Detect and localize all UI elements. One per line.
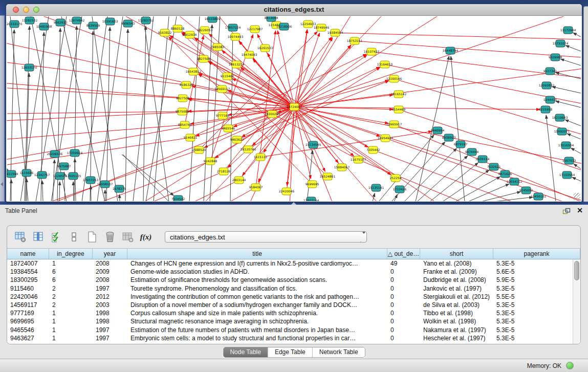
table-cell[interactable]: 2009	[93, 268, 127, 276]
table-cell[interactable]: 0	[387, 334, 420, 342]
table-row[interactable]: 2242004622012Investigating the contribut…	[7, 293, 580, 301]
row-height-icon[interactable]	[67, 230, 81, 244]
window-resize-grip[interactable]	[573, 193, 580, 200]
splitter-collapse-icon[interactable]	[1, 182, 3, 186]
tab-node-table[interactable]: Node Table	[223, 347, 268, 357]
table-cell[interactable]: 2012	[93, 293, 127, 301]
table-cell[interactable]: 2008	[93, 276, 127, 284]
table-cell[interactable]: Yano et al. (2008)	[420, 259, 493, 268]
tab-edge-table[interactable]: Edge Table	[268, 347, 313, 357]
table-cell[interactable]: 1	[49, 309, 93, 317]
table-cell[interactable]: Tourette syndrome. Phenomenology and cla…	[127, 285, 387, 293]
table-cell[interactable]: 2	[49, 293, 93, 301]
table-cell[interactable]: 0	[387, 268, 420, 276]
table-cell[interactable]: Investigating the contribution of common…	[127, 293, 387, 301]
table-cell[interactable]: 1	[49, 317, 93, 325]
table-cell[interactable]: Structural magnetic resonance image aver…	[127, 317, 387, 325]
table-cell[interactable]: 1997	[93, 326, 127, 334]
table-cell[interactable]: 18724007	[7, 259, 49, 268]
table-cell[interactable]: 5.3E-5	[493, 301, 580, 309]
table-cell[interactable]: 5.3E-5	[493, 326, 580, 334]
table-row[interactable]: 1872400712008Changes of HCN gene express…	[7, 259, 580, 268]
table-cell[interactable]: 19384554	[7, 268, 49, 276]
table-cell[interactable]: 5.9E-5	[493, 276, 580, 284]
table-cell[interactable]: 5.3E-5	[493, 285, 580, 293]
table-cell[interactable]: 9465546	[7, 326, 49, 334]
table-cell[interactable]: de Silva et al. (2003)	[420, 301, 493, 309]
table-cell[interactable]: 5.3E-5	[493, 317, 580, 325]
table-cell[interactable]: Nakamura et al. (1997)	[420, 326, 493, 334]
table-cell[interactable]: 5.5E-5	[493, 293, 580, 301]
table-cell[interactable]: 1998	[93, 309, 127, 317]
table-cell[interactable]: 22420046	[7, 293, 49, 301]
table-cell[interactable]: 0	[387, 309, 420, 317]
table-cell[interactable]: Tibbo et al. (1998)	[420, 309, 493, 317]
table-cell[interactable]: 2008	[93, 259, 127, 268]
table-row[interactable]: 946554611997Estimation of the future num…	[7, 326, 580, 334]
table-row[interactable]: 1938455462009Genome-wide association stu…	[7, 268, 580, 276]
table-cell[interactable]: Wolkin et al. (1998)	[420, 317, 493, 325]
table-cell[interactable]: 0	[387, 301, 420, 309]
table-cell[interactable]: 1998	[93, 317, 127, 325]
table-cell[interactable]: Dudbridge et al. (2008)	[420, 276, 493, 284]
table-cell[interactable]: 0	[387, 317, 420, 325]
table-cell[interactable]: Estimation of significance thresholds fo…	[127, 276, 387, 284]
column-header-pagerank[interactable]: pagerank	[493, 249, 580, 259]
table-cell[interactable]: Jankovic et al. (1997)	[420, 285, 493, 293]
select-all-icon[interactable]	[49, 230, 63, 244]
table-row[interactable]: 977716911998Corpus callosum shape and si…	[7, 309, 580, 317]
control-panel-splitter[interactable]	[0, 15, 5, 202]
table-cell[interactable]: 0	[387, 285, 420, 293]
table-cell[interactable]: 2	[49, 285, 93, 293]
table-cell[interactable]: 9463627	[7, 334, 49, 342]
minimize-window-button[interactable]	[23, 7, 29, 13]
close-window-button[interactable]	[13, 7, 19, 13]
table-cell[interactable]: Embryonic stem cells: a model to study s…	[127, 334, 387, 342]
delete-trash-icon[interactable]	[103, 230, 117, 244]
table-cell[interactable]: 1997	[93, 334, 127, 342]
table-cell[interactable]: 5.3E-5	[493, 259, 580, 268]
table-cell[interactable]: 2003	[93, 301, 127, 309]
table-cell[interactable]: Genome-wide association studies in ADHD.	[127, 268, 387, 276]
table-cell[interactable]: 6	[49, 276, 93, 284]
table-row[interactable]: 969969511998Structural magnetic resonanc…	[7, 317, 580, 325]
table-cell[interactable]: Hescheler et al. (1997)	[420, 334, 493, 342]
table-cell[interactable]: 14569117	[7, 301, 49, 309]
table-row[interactable]: 1830029562008Estimation of significance …	[7, 276, 580, 284]
citation-network-graph[interactable]: 1872400711548498122179871097449374850839…	[7, 16, 581, 201]
table-cell[interactable]: 5.3E-5	[493, 334, 580, 342]
column-header-short[interactable]: short	[420, 249, 493, 259]
table-cell[interactable]: 5.6E-5	[493, 268, 580, 276]
table-cell[interactable]: Franke et al. (2009)	[420, 268, 493, 276]
zoom-window-button[interactable]	[33, 7, 39, 13]
table-cell[interactable]: 1	[49, 259, 93, 268]
table-cell[interactable]: 1	[49, 334, 93, 342]
table-cell[interactable]: Stergiakouli et al. (2012)	[420, 293, 493, 301]
new-document-icon[interactable]	[85, 230, 99, 244]
tab-network-table[interactable]: Network Table	[313, 347, 365, 357]
table-cell[interactable]: Estimation of the future numbers of pati…	[127, 326, 387, 334]
table-cell[interactable]: 9777169	[7, 309, 49, 317]
column-header-title[interactable]: title	[127, 249, 387, 259]
import-table-icon[interactable]	[13, 230, 28, 244]
scrollbar-thumb[interactable]	[574, 261, 579, 280]
table-cell[interactable]: 49	[387, 259, 420, 268]
table-row[interactable]: 946362711997Embryonic stem cells: a mode…	[7, 334, 580, 342]
table-cell[interactable]: 6	[49, 268, 93, 276]
table-cell[interactable]: Disruption of a novel member of a sodium…	[127, 301, 387, 309]
memory-status-indicator[interactable]	[566, 362, 574, 369]
column-header-out_de[interactable]: △ out_de…	[387, 249, 420, 259]
table-vertical-scrollbar[interactable]	[573, 259, 580, 344]
float-panel-icon[interactable]	[562, 208, 571, 215]
table-cell[interactable]: Changes of HCN gene expression and I(f) …	[127, 259, 387, 268]
close-panel-icon[interactable]: ✕	[577, 206, 583, 214]
column-header-name[interactable]: name	[7, 249, 49, 259]
table-selector-dropdown[interactable]: citations_edges.txt	[165, 231, 367, 243]
table-row[interactable]: 911546021997Tourette syndrome. Phenomeno…	[7, 285, 580, 293]
column-header-year[interactable]: year	[93, 249, 127, 259]
network-canvas[interactable]: 1872400711548498122179871097449374850839…	[7, 16, 581, 201]
table-row[interactable]: 1456911722003Disruption of a novel membe…	[7, 301, 580, 309]
table-cell[interactable]: 2	[49, 301, 93, 309]
delete-table-icon[interactable]	[121, 230, 135, 244]
window-titlebar[interactable]: citations_edges.txt	[6, 4, 582, 16]
